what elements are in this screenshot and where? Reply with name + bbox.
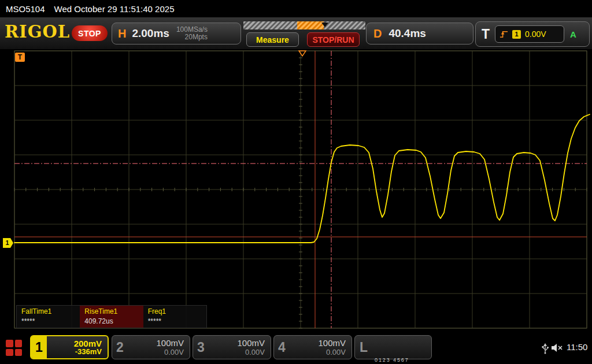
measure-button[interactable]: Measure [246,32,299,47]
stop-run-button[interactable]: STOP/RUN [307,32,360,47]
measurement-name: FallTime1 [21,307,75,315]
measurement-name: RiseTime1 [84,307,138,315]
scrollbar-window[interactable] [297,21,324,29]
trigger-mode-badge: A [570,29,576,39]
measurement-value: ***** [21,317,75,325]
trigger-level-value: 0.00V [525,29,546,39]
trigger-source-badge: 1 [512,30,521,39]
bottom-status-bar: 1 200mV -336mV 2 100mV 0.00V 3 100mV 0.0… [0,332,592,364]
trigger-slope-icon [500,30,508,39]
titlebar: MSO5104 Wed October 29 11:51:40 2025 [0,0,592,17]
usb-icon [541,343,549,354]
channel-offset: 0.00V [326,348,346,356]
logic-row1: 0 1 2 3 4 5 6 7 [375,356,423,364]
delay-settings-button[interactable]: D 40.4ms [366,23,473,44]
scope-display-area: T 1 FallTime1 ***** RiseTime1 409.72us F… [0,49,592,332]
waveform-display[interactable] [0,49,592,332]
measurement-name: Freq1 [148,307,202,315]
channel1-box[interactable]: 1 200mV -336mV [30,335,109,359]
horizontal-label: H [118,27,126,40]
logic-analyzer-box[interactable]: L 0 1 2 3 4 5 6 7 8 9 10 11 12 13 14 15 [354,335,432,359]
acquisition-rates: 100MSa/s 20Mpts [176,26,208,41]
horizontal-settings-button[interactable]: H 2.00ms 100MSa/s 20Mpts [112,23,241,44]
measurement-item-risetime[interactable]: RiseTime1 409.72us [80,306,143,328]
measurement-panel: FallTime1 ***** RiseTime1 409.72us Freq1… [16,305,207,328]
measurement-item-freq[interactable]: Freq1 ***** [143,306,206,328]
measurement-item-falltime[interactable]: FallTime1 ***** [17,306,80,328]
trigger-level-flag[interactable]: T [15,53,25,62]
channel-offset: -336mV [75,347,102,356]
device-model: MSO5104 [6,4,45,14]
horizontal-position-scrollbar[interactable] [243,21,366,30]
measurement-value: ***** [148,317,202,325]
channel4-box[interactable]: 4 100mV 0.00V [273,335,352,359]
memory-depth: 20Mpts [176,34,208,41]
trigger-label: T [482,27,490,42]
speaker-mute-icon [551,343,564,352]
channel-number: 4 [274,336,290,359]
scrollbar-pointer-icon [321,23,328,27]
measurement-value: 409.72us [84,317,138,325]
channel-number: 2 [112,336,128,359]
oscilloscope-screen: MSO5104 Wed October 29 11:51:40 2025 RIG… [0,0,592,364]
rigol-logo: RIGOL [5,22,70,42]
logic-channel-numbers: 0 1 2 3 4 5 6 7 8 9 10 11 12 13 14 15 [375,340,423,364]
channel-scale: 100mV [156,338,184,348]
delay-value: 40.4ms [388,27,426,40]
run-state-badge: STOP [72,25,108,41]
clock: 11:50 [567,342,587,352]
quick-menu-icon[interactable] [6,340,22,356]
channel-offset: 0.00V [245,348,265,356]
channel-number: 3 [193,336,209,359]
channel-scale: 100mV [237,338,265,348]
delay-label: D [373,27,382,40]
trigger-info-box: 1 0.00V [495,25,564,43]
trigger-settings-button[interactable]: T 1 0.00V A [475,21,590,47]
logic-label: L [360,340,368,355]
timebase-value: 2.00ms [132,27,169,40]
channel-number: 1 [31,336,47,358]
channel3-box[interactable]: 3 100mV 0.00V [193,335,271,359]
channel2-box[interactable]: 2 100mV 0.00V [112,335,190,359]
channel-offset: 0.00V [164,348,184,356]
header-toolbar: RIGOL STOP H 2.00ms 100MSa/s 20Mpts Meas… [0,17,592,49]
titlebar-datetime: Wed October 29 11:51:40 2025 [54,4,175,14]
channel-scale: 100mV [318,338,346,348]
